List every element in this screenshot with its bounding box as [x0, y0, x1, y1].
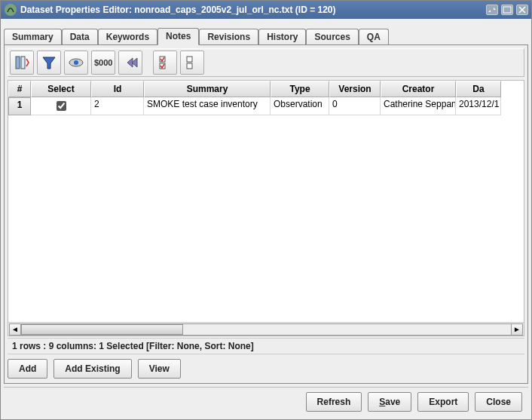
svg-rect-2 — [16, 57, 20, 69]
column-id[interactable]: Id — [91, 81, 144, 97]
svg-rect-3 — [21, 57, 25, 69]
client-area: Summary Data Keywords Notes Revisions Hi… — [1, 19, 531, 419]
tab-bar: Summary Data Keywords Notes Revisions Hi… — [4, 25, 528, 45]
table-empty-area — [8, 115, 524, 322]
uncheck-icon[interactable] — [180, 51, 204, 75]
column-type[interactable]: Type — [271, 81, 329, 97]
titlebar[interactable]: Dataset Properties Editor: nonroad_caps_… — [1, 1, 531, 19]
horizontal-scrollbar[interactable]: ◄ ► — [8, 322, 524, 336]
cell-type[interactable]: Observation — [271, 97, 329, 115]
column-creator[interactable]: Creator — [381, 81, 456, 97]
tab-keywords[interactable]: Keywords — [98, 29, 157, 45]
window-frame: Dataset Properties Editor: nonroad_caps_… — [0, 0, 532, 420]
cell-id[interactable]: 2 — [91, 97, 144, 115]
column-date[interactable]: Da — [456, 81, 501, 97]
tab-summary[interactable]: Summary — [4, 29, 62, 45]
filter-icon[interactable] — [37, 51, 61, 75]
tab-history[interactable]: History — [258, 29, 306, 45]
save-button[interactable]: Save — [368, 392, 411, 412]
row-index[interactable]: 1 — [8, 97, 31, 115]
tab-qa[interactable]: QA — [359, 29, 389, 45]
window-title: Dataset Properties Editor: nonroad_caps_… — [20, 5, 483, 15]
svg-point-0 — [5, 4, 17, 16]
save-label-rest: ave — [385, 397, 400, 407]
tab-revisions[interactable]: Revisions — [199, 29, 258, 45]
row-select-checkbox[interactable] — [31, 97, 91, 115]
notes-actions: Add Add Existing View — [5, 354, 527, 383]
maximize-icon[interactable] — [501, 5, 513, 15]
dialog-footer: Refresh Save Export Close — [4, 387, 528, 416]
column-version[interactable]: Version — [329, 81, 381, 97]
close-icon[interactable] — [516, 5, 528, 15]
export-button[interactable]: Export — [417, 392, 469, 412]
view-button[interactable]: View — [138, 359, 181, 379]
table-grid: # Select Id Summary Type Version Creator… — [8, 81, 524, 115]
add-existing-button[interactable]: Add Existing — [54, 359, 131, 379]
tab-data[interactable]: Data — [62, 29, 98, 45]
close-button[interactable]: Close — [475, 392, 522, 412]
notes-panel: $000 # Select Id Summary — [4, 44, 528, 384]
svg-rect-1 — [503, 7, 511, 13]
cell-creator[interactable]: Catherine Seppanen — [381, 97, 456, 115]
column-select[interactable]: Select — [31, 81, 91, 97]
notes-table: # Select Id Summary Type Version Creator… — [8, 80, 524, 336]
cell-date[interactable]: 2013/12/1 — [456, 97, 501, 115]
tab-sources[interactable]: Sources — [306, 29, 358, 45]
tab-notes[interactable]: Notes — [157, 28, 199, 45]
eye-icon[interactable] — [64, 51, 88, 75]
scroll-track[interactable] — [21, 323, 511, 336]
select-checkbox[interactable] — [57, 101, 66, 111]
minimize-icon[interactable] — [486, 5, 498, 15]
currency-format-icon[interactable]: $000 — [91, 51, 115, 75]
first-page-icon[interactable] — [118, 51, 142, 75]
scroll-left-icon[interactable]: ◄ — [9, 323, 21, 336]
table-status: 1 rows : 9 columns: 1 Selected [Filter: … — [8, 338, 524, 354]
add-button[interactable]: Add — [8, 359, 47, 379]
scroll-right-icon[interactable]: ► — [511, 323, 523, 336]
column-summary[interactable]: Summary — [144, 81, 271, 97]
svg-rect-9 — [187, 57, 192, 62]
cell-version[interactable]: 0 — [329, 97, 381, 115]
refresh-button[interactable]: Refresh — [306, 392, 362, 412]
columns-icon[interactable] — [10, 51, 34, 75]
app-icon — [4, 3, 17, 17]
scroll-thumb[interactable] — [21, 324, 183, 335]
table-toolbar: $000 — [8, 48, 524, 77]
column-idx[interactable]: # — [8, 81, 31, 97]
svg-rect-10 — [187, 63, 192, 69]
svg-point-5 — [74, 60, 78, 65]
checklist-icon[interactable] — [153, 51, 177, 75]
cell-summary[interactable]: SMOKE test case inventory — [144, 97, 271, 115]
svg-text:$000: $000 — [94, 58, 112, 67]
